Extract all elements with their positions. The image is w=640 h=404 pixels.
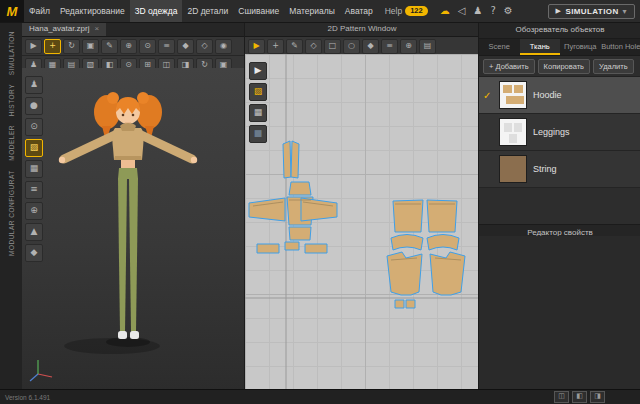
help-circle-icon[interactable]: ? <box>490 5 495 17</box>
menu-materials[interactable]: Материалы <box>284 0 340 22</box>
pen-tool-icon[interactable]: ✎ <box>101 39 118 54</box>
add-point-icon[interactable]: ✎ <box>286 39 303 54</box>
layout-3d-window-icon[interactable]: ◧ <box>572 391 587 403</box>
fabric-view-icon[interactable]: ▨ <box>25 139 43 157</box>
add-fabric-button[interactable]: + Добавить <box>483 59 535 74</box>
cloud-sync-icon[interactable]: ☁ <box>440 5 450 17</box>
show-avatar-toggle-icon[interactable]: ● <box>25 97 43 115</box>
tab-buttonhole[interactable]: Button Hole <box>601 39 640 55</box>
leggings-patterns[interactable] <box>387 200 465 308</box>
pattern-piece-sleeve-right[interactable] <box>301 198 337 221</box>
fabric-swatch-icon[interactable]: ▨ <box>249 83 267 101</box>
dart-tool-icon[interactable]: ◆ <box>362 39 379 54</box>
select-tool-icon[interactable]: ▶ <box>25 39 42 54</box>
rail-tab-modular-configurator[interactable]: MODULAR CONFIGURATOR <box>8 170 15 256</box>
help-menu[interactable]: Help <box>378 6 405 16</box>
axis-gizmo <box>30 360 52 381</box>
rectangle-tool-icon[interactable]: □ <box>324 39 341 54</box>
tape-tool-icon[interactable]: ▲ <box>25 223 43 241</box>
menu-sewing[interactable]: Сшивание <box>233 0 284 22</box>
settings-gear-icon[interactable]: ⚙ <box>504 5 513 17</box>
property-editor-body <box>479 236 640 390</box>
pattern-piece-cuff-right[interactable] <box>305 244 327 253</box>
pattern-outline-icon[interactable]: ▦ <box>249 104 267 122</box>
pattern-piece-leg-left[interactable] <box>387 252 422 295</box>
fabric-name: Hoodie <box>533 90 562 100</box>
pattern-piece-yoke-right[interactable] <box>427 235 459 251</box>
tab-scene[interactable]: Scene <box>479 39 520 55</box>
layout-2d-window-icon[interactable]: ◨ <box>590 391 605 403</box>
pattern-piece-waistband[interactable] <box>285 242 299 250</box>
grading-icon[interactable]: ▤ <box>419 39 436 54</box>
select-2d-icon[interactable]: ▶ <box>249 62 267 80</box>
mesh-view-icon[interactable]: ▦ <box>25 160 43 178</box>
transform-pattern-icon[interactable]: ▶ <box>248 39 265 54</box>
sewing-2d-icon[interactable]: ⊕ <box>400 39 417 54</box>
polygon-tool-icon[interactable]: ◇ <box>305 39 322 54</box>
pattern-piece-leg-right[interactable] <box>430 252 465 295</box>
menu-3d-garment[interactable]: 3D одежда <box>130 0 183 22</box>
app-logo[interactable]: M <box>0 0 24 22</box>
menu-file[interactable]: Файл <box>24 0 55 22</box>
notification-badge[interactable]: 122 <box>405 6 428 16</box>
circle-tool-icon[interactable]: ○ <box>343 39 360 54</box>
viewport-3d[interactable]: ♟●⊙▨▦≡⊕▲◆ <box>22 68 244 390</box>
safety-view-icon[interactable]: ◆ <box>25 244 43 262</box>
pattern-piece-yoke-left[interactable] <box>391 235 423 251</box>
simulation-button[interactable]: ▶ SIMULATION ▾ <box>548 4 635 19</box>
pattern-piece-yoke[interactable] <box>289 182 311 195</box>
avatar-pose-icon[interactable]: ♟ <box>25 76 43 94</box>
pattern-piece-small-left[interactable] <box>395 300 404 308</box>
hand-tool-icon[interactable]: ◇ <box>196 39 213 54</box>
texture-2d-icon[interactable]: ■ <box>249 125 267 143</box>
measure-tool-icon[interactable]: ≡ <box>158 39 175 54</box>
copy-fabric-button[interactable]: Копировать <box>538 59 590 74</box>
arrangement-points-icon[interactable]: ⊙ <box>25 118 43 136</box>
fabric-row-string[interactable]: String <box>479 151 640 188</box>
rotate-gizmo-icon[interactable]: ↻ <box>63 39 80 54</box>
pattern-piece-cuff-left[interactable] <box>257 244 279 253</box>
pattern-canvas[interactable]: ▶▨▦■ <box>245 54 479 390</box>
hoodie-patterns[interactable] <box>249 141 337 253</box>
scale-gizmo-icon[interactable]: ▣ <box>82 39 99 54</box>
pattern-piece-upper-left[interactable] <box>393 200 423 232</box>
pressure-view-icon[interactable]: ⊕ <box>25 202 43 220</box>
delete-fabric-button[interactable]: Удалить <box>593 59 634 74</box>
user-account-icon[interactable]: ♟ <box>473 5 482 17</box>
tab-fabric[interactable]: Ткань <box>520 39 561 55</box>
sewing-tool-icon[interactable]: ⊕ <box>120 39 137 54</box>
pin-tool-icon[interactable]: ⊙ <box>139 39 156 54</box>
check-icon[interactable]: ✓ <box>483 90 493 101</box>
fabric-row-hoodie[interactable]: ✓Hoodie <box>479 77 640 114</box>
scene-tab[interactable]: Hana_avatar.zprj × <box>22 22 106 36</box>
tab-button[interactable]: Пуговица <box>560 39 601 55</box>
close-icon[interactable]: × <box>94 22 99 36</box>
move-gizmo-icon[interactable]: + <box>44 39 61 54</box>
rail-tab-history[interactable]: HISTORY <box>8 84 15 116</box>
speaker-icon[interactable]: ◁ <box>458 5 466 17</box>
pattern-piece-upper-right[interactable] <box>427 200 457 232</box>
fold-tool-icon[interactable]: ◆ <box>177 39 194 54</box>
leggings-left <box>118 178 127 332</box>
rail-tab-simulation[interactable]: SIMULATION <box>8 31 15 75</box>
leggings-thumbnail[interactable] <box>499 118 527 146</box>
pattern-piece-hood-right[interactable] <box>291 141 299 178</box>
swatch-thumbnail[interactable] <box>499 155 527 183</box>
object-browser-actions: + ДобавитьКопироватьУдалить <box>479 56 640 77</box>
pattern-piece-bodice-back[interactable] <box>289 227 311 240</box>
internal-line-icon[interactable]: ≡ <box>381 39 398 54</box>
menu-avatar[interactable]: Аватар <box>340 0 378 22</box>
layout-both-windows-icon[interactable]: ◫ <box>554 391 569 403</box>
camera-tool-icon[interactable]: ◉ <box>215 39 232 54</box>
rail-tab-modeler[interactable]: MODELER <box>8 125 15 161</box>
pattern-piece-sleeve-left[interactable] <box>249 198 285 221</box>
pattern-piece-small-right[interactable] <box>406 300 415 308</box>
edit-pattern-icon[interactable]: + <box>267 39 284 54</box>
menu-edit[interactable]: Редактирование <box>55 0 130 22</box>
hoodie-thumbnail[interactable] <box>499 81 527 109</box>
avatar-3d[interactable] <box>59 92 197 354</box>
pattern-piece-hood-left[interactable] <box>283 141 291 178</box>
stitch-view-icon[interactable]: ≡ <box>25 181 43 199</box>
menu-2d-pattern[interactable]: 2D детали <box>182 0 233 22</box>
fabric-row-leggings[interactable]: Leggings <box>479 114 640 151</box>
